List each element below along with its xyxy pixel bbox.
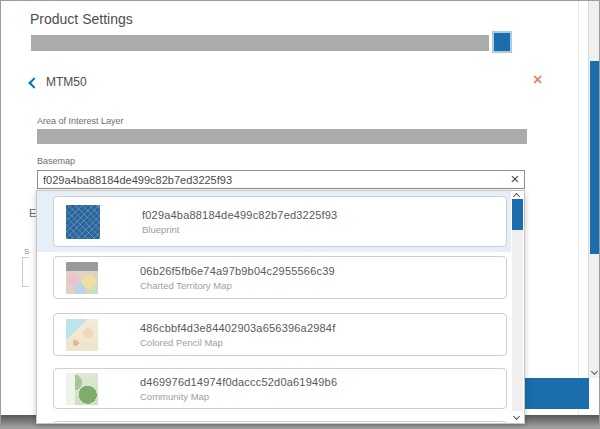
dropdown-scrollbar[interactable] — [511, 191, 524, 423]
redacted-aoi-value-bar[interactable] — [37, 129, 527, 144]
clear-input-icon[interactable]: × — [507, 171, 523, 187]
basemap-option-charted-territory[interactable]: 06b26f5fb6e74a97b9b04c2955566c39 Charted… — [53, 256, 507, 299]
basemap-option-name: Community Map — [140, 391, 337, 402]
scroll-down-icon[interactable] — [513, 413, 520, 420]
chevron-left-icon — [28, 77, 39, 88]
basemap-option-blueprint[interactable]: f029a4ba88184de499c82b7ed3225f93 Bluepri… — [53, 196, 507, 247]
window-scroll-thumb[interactable] — [590, 61, 600, 254]
accent-square-button[interactable] — [494, 33, 510, 51]
basemap-input[interactable] — [37, 170, 525, 189]
aoi-label: Area of Interest Layer — [37, 116, 124, 126]
basemap-option-community[interactable]: d469976d14974f0daccc52d0a61949b6 Communi… — [53, 368, 507, 409]
basemap-label: Basemap — [37, 156, 75, 166]
close-icon[interactable]: × — [533, 72, 542, 88]
obscured-label-fragment: S — [24, 247, 29, 256]
page-title: Product Settings — [30, 11, 133, 27]
scroll-down-icon[interactable] — [591, 368, 598, 375]
basemap-option-id: 06b26f5fb6e74a97b9b04c2955566c39 — [140, 265, 335, 277]
blueprint-thumbnail — [66, 205, 100, 239]
basemap-option-name: Blueprint — [142, 224, 337, 235]
basemap-option-name: Charted Territory Map — [140, 280, 335, 291]
redacted-product-name-bar — [31, 35, 489, 51]
charted-territory-thumbnail — [66, 262, 98, 294]
primary-action-button[interactable] — [523, 378, 589, 409]
back-link[interactable]: MTM50 — [30, 75, 87, 89]
basemap-option-id: 486cbbf4d3e84402903a656396a2984f — [140, 322, 335, 334]
basemap-option-colored-pencil[interactable]: 486cbbf4d3e84402903a656396a2984f Colored… — [53, 313, 507, 356]
back-label: MTM50 — [46, 75, 87, 89]
colored-pencil-thumbnail — [66, 319, 98, 351]
basemap-option-id: f029a4ba88184de499c82b7ed3225f93 — [142, 209, 337, 221]
product-settings-dialog: Product Settings MTM50 × Area of Interes… — [0, 0, 600, 429]
basemap-option-name: Colored Pencil Map — [140, 337, 335, 348]
dropdown-scroll-track[interactable] — [512, 200, 523, 411]
basemap-option-id: d469976d14974f0daccc52d0a61949b6 — [140, 376, 337, 388]
basemap-option-partial[interactable] — [53, 421, 507, 424]
obscured-field-fragment — [22, 257, 29, 287]
dialog-right-edge — [578, 1, 579, 415]
dropdown-scroll-thumb[interactable] — [512, 199, 523, 230]
basemap-dropdown: f029a4ba88184de499c82b7ed3225f93 Bluepri… — [36, 190, 525, 424]
window-scrollbar[interactable] — [588, 1, 600, 378]
community-map-thumbnail — [66, 373, 98, 405]
